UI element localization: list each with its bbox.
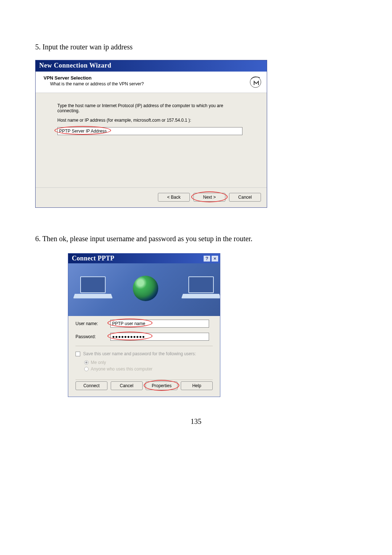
- page-number: 135: [35, 417, 357, 426]
- wizard-header-subtitle: What is the name or address of the VPN s…: [44, 81, 246, 86]
- username-label: User name:: [75, 321, 110, 326]
- connect-pptp-window: Connect PPTP ? × User name: Password:: [68, 253, 220, 397]
- titlebar-close-button[interactable]: ×: [211, 255, 219, 262]
- help-button[interactable]: Help: [181, 381, 213, 390]
- radio-anyone[interactable]: [84, 367, 89, 371]
- laptop-icon: [75, 276, 111, 303]
- wizard-header-title: VPN Server Selection: [44, 75, 246, 81]
- globe-icon: [133, 276, 161, 304]
- connect-button[interactable]: Connect: [75, 381, 107, 390]
- laptop-icon: [183, 276, 219, 303]
- next-button[interactable]: Next >: [193, 193, 225, 202]
- new-connection-wizard-window: New Connection Wizard VPN Server Selecti…: [35, 60, 267, 208]
- wizard-footer: < Back Next > Cancel: [36, 187, 267, 207]
- step5-instruction: 5. Input the router wan ip address: [35, 43, 357, 51]
- wizard-header: VPN Server Selection What is the name or…: [36, 72, 267, 93]
- wizard-body: Type the host name or Internet Protocol …: [36, 93, 267, 187]
- connect-title: Connect PPTP: [72, 255, 114, 262]
- back-button[interactable]: < Back: [158, 193, 190, 202]
- wizard-header-icon: [249, 75, 262, 89]
- password-label: Password:: [75, 334, 110, 339]
- radio-anyone-label: Anyone who uses this computer: [91, 366, 152, 372]
- username-input[interactable]: [110, 320, 209, 328]
- wizard-titlebar[interactable]: New Connection Wizard: [36, 60, 267, 72]
- wizard-instructions-line1: Type the host name or Internet Protocol …: [57, 103, 245, 113]
- cancel-button[interactable]: Cancel: [229, 193, 261, 202]
- save-credentials-checkbox[interactable]: [75, 352, 80, 356]
- connect-banner-image: [68, 263, 220, 316]
- vpn-server-address-input[interactable]: [57, 127, 242, 135]
- cancel-button-connect[interactable]: Cancel: [111, 381, 143, 390]
- titlebar-help-button[interactable]: ?: [203, 255, 211, 262]
- step6-instruction: 6. Then ok, please input username and pa…: [35, 235, 357, 243]
- password-input[interactable]: [110, 333, 209, 341]
- radio-me-only[interactable]: [84, 360, 89, 365]
- save-credentials-label: Save this user name and password for the…: [83, 351, 196, 356]
- properties-button[interactable]: Properties: [146, 381, 177, 390]
- save-for-users-radio-group: Me only Anyone who uses this computer: [68, 360, 220, 378]
- radio-me-only-label: Me only: [91, 360, 106, 365]
- connect-titlebar[interactable]: Connect PPTP ? ×: [68, 254, 220, 263]
- wizard-host-label: Host name or IP address (for example, mi…: [57, 118, 245, 123]
